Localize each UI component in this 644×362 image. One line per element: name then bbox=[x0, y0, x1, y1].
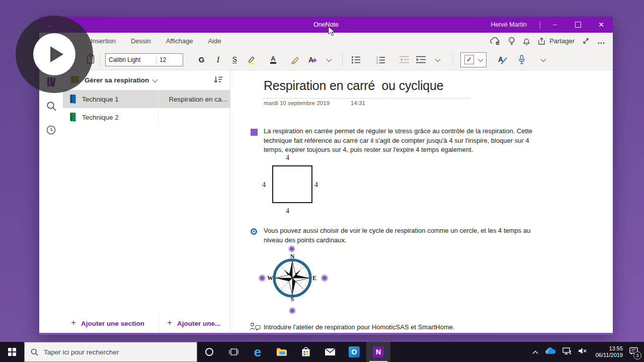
user-name[interactable]: Hervé Martin bbox=[491, 21, 527, 28]
toolbar-divider bbox=[453, 53, 453, 66]
edge-browser-button[interactable]: e bbox=[246, 342, 270, 362]
font-size-field[interactable]: 12 bbox=[156, 56, 183, 63]
mouse-cursor bbox=[328, 26, 336, 39]
clear-formatting-button[interactable]: A bbox=[304, 52, 320, 67]
more-options-button[interactable]: … bbox=[597, 37, 606, 46]
share-button[interactable]: Partager bbox=[538, 37, 575, 45]
font-selector[interactable]: Calibri Light 12 bbox=[105, 53, 183, 66]
paragraph-more-chevron-icon[interactable] bbox=[429, 52, 446, 67]
start-button[interactable] bbox=[0, 342, 24, 362]
bold-button[interactable]: G bbox=[193, 52, 210, 67]
dictate-chevron-icon[interactable] bbox=[535, 52, 551, 67]
page-canvas[interactable]: Respiration en carré ou cyclique mardi 1… bbox=[230, 70, 613, 333]
square-shape bbox=[272, 165, 312, 203]
desktop: ← → OneNote Hervé Martin ─ × Insertion D… bbox=[0, 0, 644, 362]
play-button[interactable] bbox=[33, 33, 75, 75]
bullet-list-button[interactable] bbox=[348, 52, 364, 67]
lightbulb-icon[interactable] bbox=[508, 37, 515, 46]
compass-label-east: E bbox=[312, 275, 316, 282]
compass-label-north: N bbox=[290, 253, 295, 260]
tab-aide[interactable]: Aide bbox=[201, 37, 229, 45]
nav-rail bbox=[39, 70, 63, 333]
underline-button[interactable]: S bbox=[226, 52, 243, 67]
sections-list: Technique 1 Technique 2 bbox=[63, 90, 158, 126]
increase-indent-button[interactable] bbox=[413, 52, 429, 67]
section-item-technique-2[interactable]: Technique 2 bbox=[63, 108, 158, 126]
taskbar-clock[interactable]: 13:55 06/11/2019 bbox=[596, 345, 623, 358]
add-section-button[interactable]: + Ajouter une section bbox=[63, 314, 158, 333]
onedrive-cloud-icon[interactable] bbox=[545, 347, 556, 356]
notebook-name[interactable]: Gérer sa respiration bbox=[85, 76, 149, 84]
circle-tag-icon[interactable] bbox=[251, 228, 257, 235]
taskbar-search-input[interactable]: Taper ici pour rechercher bbox=[24, 342, 197, 362]
play-icon bbox=[50, 46, 63, 62]
italic-button[interactable]: I bbox=[210, 52, 226, 67]
section-item-technique-1[interactable]: Technique 1 bbox=[63, 90, 158, 108]
notebook-chevron-icon[interactable] bbox=[152, 76, 158, 82]
notifications-bell-icon[interactable] bbox=[523, 37, 530, 45]
highlighter-button[interactable] bbox=[243, 52, 260, 67]
video-play-overlay[interactable] bbox=[16, 16, 93, 93]
sort-icon[interactable] bbox=[214, 76, 223, 85]
ribbon: Insertion Dessin Affichage Aide bbox=[39, 33, 613, 70]
task-view-button[interactable] bbox=[221, 342, 246, 362]
section-label: Technique 2 bbox=[82, 114, 119, 121]
compass-label-south: S bbox=[291, 296, 294, 303]
navigation-panel: Gérer sa respiration Technique 1 bbox=[63, 70, 230, 333]
square-label-right: 4 bbox=[314, 181, 318, 189]
fullscreen-icon[interactable] bbox=[582, 37, 590, 45]
decrease-indent-button[interactable] bbox=[396, 52, 413, 67]
search-icon[interactable] bbox=[46, 101, 56, 113]
section-label: Technique 1 bbox=[82, 96, 119, 103]
clock-date: 06/11/2019 bbox=[596, 352, 623, 358]
action-center-button[interactable]: 3 bbox=[629, 347, 638, 357]
mail-app-button[interactable] bbox=[318, 342, 342, 362]
hidden-icons-chevron-icon[interactable] bbox=[532, 347, 538, 356]
important-tag-icon[interactable] bbox=[251, 129, 258, 136]
svg-text:A: A bbox=[271, 55, 276, 62]
volume-muted-icon[interactable] bbox=[578, 347, 587, 356]
discuss-person-tag-icon[interactable] bbox=[250, 322, 261, 333]
plus-icon: + bbox=[71, 318, 76, 328]
minimize-button[interactable]: ─ bbox=[543, 17, 567, 33]
maximize-button[interactable] bbox=[567, 17, 590, 33]
todo-tag-dropdown[interactable]: ✓ bbox=[460, 52, 487, 67]
onenote-taskbar-button[interactable]: N bbox=[366, 342, 390, 362]
page-item-respiration[interactable]: Respiration en ca... bbox=[158, 90, 230, 108]
network-icon[interactable] bbox=[562, 347, 572, 357]
add-page-button[interactable]: + Ajouter une... bbox=[158, 314, 230, 333]
numbered-list-button[interactable]: 123 bbox=[372, 52, 389, 67]
section-color-tab-icon bbox=[70, 112, 76, 122]
paragraph-workshop[interactable]: Introduire l'atelier de respiration pour… bbox=[264, 323, 455, 332]
onenote-window: ← → OneNote Hervé Martin ─ × Insertion D… bbox=[39, 17, 613, 335]
microsoft-store-button[interactable] bbox=[294, 342, 318, 362]
outlook-button[interactable]: O bbox=[342, 342, 366, 362]
taskbar: Taper ici pour rechercher e O N bbox=[0, 342, 644, 362]
page-time: 14:31 bbox=[351, 100, 365, 106]
recent-notes-clock-icon[interactable] bbox=[46, 125, 56, 137]
paragraph-circle-breathing[interactable]: Vous pouvez aussi choisir de voir le cyc… bbox=[264, 226, 530, 245]
font-more-chevron-icon[interactable] bbox=[320, 52, 337, 67]
sync-status-icon[interactable] bbox=[490, 37, 501, 45]
dictate-microphone-button[interactable] bbox=[513, 52, 530, 67]
page-item-empty[interactable] bbox=[158, 108, 230, 126]
file-explorer-button[interactable] bbox=[270, 342, 294, 362]
page-date: mardi 10 septembre 2019 bbox=[264, 100, 330, 106]
tab-affichage[interactable]: Affichage bbox=[158, 37, 201, 45]
page-title[interactable]: Respiration en carré ou cyclique bbox=[264, 78, 443, 93]
square-breathing-figure[interactable]: 4 4 4 4 bbox=[261, 155, 326, 218]
search-icon bbox=[31, 348, 38, 356]
square-label-left: 4 bbox=[262, 181, 266, 189]
close-button[interactable]: × bbox=[590, 17, 613, 33]
title-rule bbox=[263, 98, 470, 99]
tab-dessin[interactable]: Dessin bbox=[123, 37, 158, 45]
cortana-button[interactable] bbox=[197, 342, 221, 362]
font-name-field[interactable]: Calibri Light bbox=[106, 56, 156, 63]
svg-text:3: 3 bbox=[376, 61, 378, 64]
maximize-icon bbox=[575, 22, 581, 28]
paragraph-square-breathing[interactable]: La respiration en carrée permet de régul… bbox=[264, 127, 532, 155]
compass-rose-image[interactable]: N E S W bbox=[252, 245, 333, 317]
font-color-button[interactable]: A bbox=[265, 52, 281, 67]
ink-editor-button[interactable]: A bbox=[494, 52, 510, 67]
format-painter-button[interactable] bbox=[287, 52, 304, 67]
